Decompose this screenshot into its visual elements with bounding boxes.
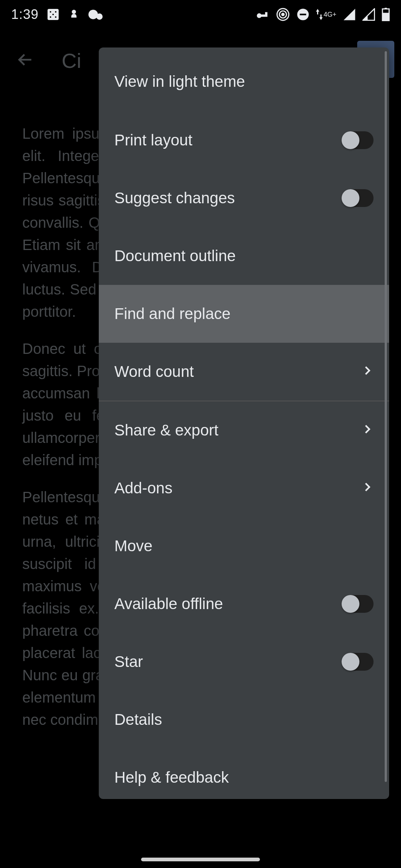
hotspot-icon xyxy=(276,7,290,22)
svg-point-1 xyxy=(50,11,51,13)
vpn-key-icon xyxy=(255,7,269,22)
overflow-menu: View in light theme Print layout Suggest… xyxy=(99,47,389,799)
print-layout-toggle[interactable] xyxy=(342,131,374,149)
menu-help-feedback[interactable]: Help & feedback xyxy=(99,749,389,799)
available-offline-toggle[interactable] xyxy=(342,595,374,613)
status-bar: 1:39 4G+ xyxy=(0,0,401,29)
menu-label: Document outline xyxy=(114,247,374,265)
menu-view-light-theme[interactable]: View in light theme xyxy=(99,47,389,111)
menu-label: Star xyxy=(114,653,342,671)
menu-label: Print layout xyxy=(114,131,342,149)
star-toggle[interactable] xyxy=(342,653,374,671)
signal-icon xyxy=(343,8,356,21)
app-icon xyxy=(68,8,80,21)
menu-print-layout[interactable]: Print layout xyxy=(99,111,389,169)
menu-label: View in light theme xyxy=(114,73,374,91)
chevron-right-icon xyxy=(361,363,374,381)
menu-share-export[interactable]: Share & export xyxy=(99,401,389,459)
menu-label: Add-ons xyxy=(114,479,361,497)
menu-label: Suggest changes xyxy=(114,189,342,207)
suggest-changes-toggle[interactable] xyxy=(342,189,374,207)
menu-word-count[interactable]: Word count xyxy=(99,343,389,401)
mobile-data-icon: 4G+ xyxy=(316,9,336,20)
menu-label: Find and replace xyxy=(114,305,374,323)
svg-rect-11 xyxy=(265,12,267,14)
menu-label: Word count xyxy=(114,363,361,381)
clock: 1:39 xyxy=(11,7,39,22)
menu-details[interactable]: Details xyxy=(99,691,389,749)
svg-rect-16 xyxy=(300,14,306,15)
svg-point-8 xyxy=(96,13,102,20)
menu-label: Details xyxy=(114,711,374,729)
chevron-right-icon xyxy=(361,479,374,497)
svg-point-4 xyxy=(50,16,51,18)
menu-move[interactable]: Move xyxy=(99,517,389,575)
menu-star[interactable]: Star xyxy=(99,633,389,691)
battery-icon xyxy=(382,8,390,21)
svg-point-3 xyxy=(52,14,54,15)
svg-point-12 xyxy=(282,13,284,16)
menu-suggest-changes[interactable]: Suggest changes xyxy=(99,169,389,227)
svg-point-5 xyxy=(55,16,56,18)
app-icon xyxy=(47,8,59,21)
network-type: 4G+ xyxy=(323,11,336,18)
app-icon xyxy=(88,8,103,21)
menu-label: Share & export xyxy=(114,421,361,439)
menu-available-offline[interactable]: Available offline xyxy=(99,575,389,633)
menu-scrollbar[interactable] xyxy=(385,51,387,782)
menu-label: Available offline xyxy=(114,595,342,613)
svg-rect-19 xyxy=(382,13,389,22)
svg-rect-10 xyxy=(261,14,268,17)
menu-document-outline[interactable]: Document outline xyxy=(99,227,389,285)
do-not-disturb-icon xyxy=(297,8,309,21)
chevron-right-icon xyxy=(361,421,374,439)
menu-find-replace[interactable]: Find and replace xyxy=(99,285,389,343)
menu-addons[interactable]: Add-ons xyxy=(99,459,389,517)
navigation-pill[interactable] xyxy=(141,858,260,861)
signal-icon xyxy=(362,8,375,21)
menu-label: Help & feedback xyxy=(114,769,374,786)
svg-point-6 xyxy=(72,10,76,14)
svg-point-2 xyxy=(55,11,56,13)
menu-label: Move xyxy=(114,537,374,555)
svg-point-7 xyxy=(88,10,98,19)
